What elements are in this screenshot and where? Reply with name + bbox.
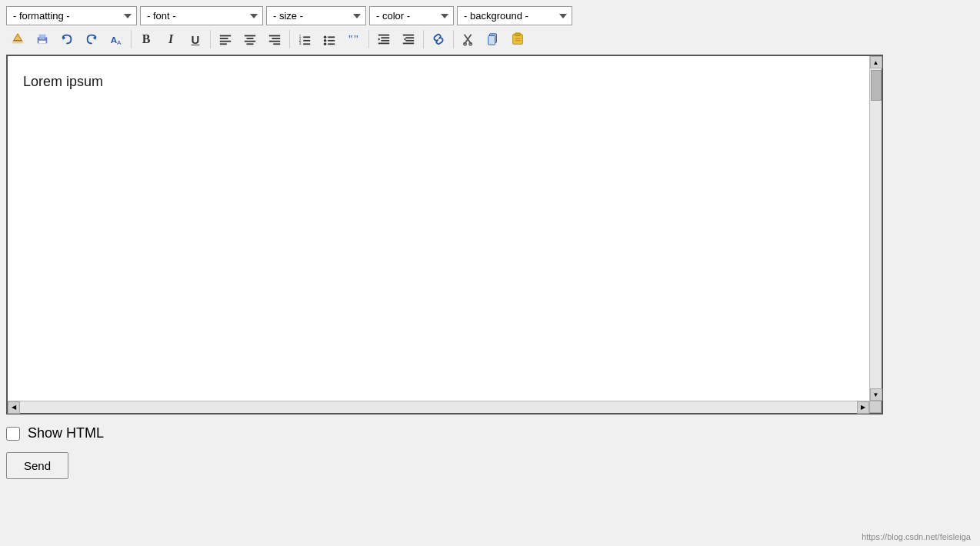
scroll-up-button[interactable]: ▲ bbox=[870, 56, 882, 68]
ordered-list-button[interactable]: 1. 2. 3. bbox=[293, 28, 316, 50]
undo-button[interactable] bbox=[55, 28, 78, 50]
print-button[interactable] bbox=[31, 28, 54, 50]
size-dropdown[interactable]: - size - 81012 141618 2436 bbox=[266, 6, 366, 25]
separator-4 bbox=[368, 30, 369, 48]
copy-button[interactable] bbox=[482, 28, 505, 50]
outdent-button[interactable] bbox=[397, 28, 420, 50]
svg-rect-53 bbox=[488, 36, 495, 45]
font-size-icon: A A bbox=[109, 32, 123, 46]
clear-button[interactable] bbox=[6, 28, 29, 50]
link-button[interactable] bbox=[427, 28, 450, 50]
font-size-tool-button[interactable]: A A bbox=[105, 28, 128, 50]
scroll-track-x bbox=[20, 401, 857, 413]
svg-point-32 bbox=[324, 43, 327, 46]
align-center-icon bbox=[243, 32, 257, 46]
font-dropdown[interactable]: - font - Arial Times New Roman Courier N… bbox=[140, 6, 263, 25]
toolbar-dropdowns: - formatting - Heading 1 Heading 2 Headi… bbox=[6, 6, 974, 25]
blockquote-button[interactable]: " " bbox=[342, 28, 365, 50]
show-html-label[interactable]: Show HTML bbox=[28, 425, 104, 441]
svg-rect-55 bbox=[515, 33, 520, 36]
separator-6 bbox=[453, 30, 454, 48]
align-left-button[interactable] bbox=[214, 28, 237, 50]
scrollbar-row: ◀ ▶ bbox=[8, 401, 882, 413]
scroll-down-button[interactable]: ▼ bbox=[870, 388, 882, 401]
svg-text:3.: 3. bbox=[299, 42, 302, 45]
redo-icon bbox=[85, 32, 98, 46]
unordered-list-icon bbox=[322, 32, 336, 46]
separator-3 bbox=[289, 30, 290, 48]
show-html-row: Show HTML bbox=[6, 425, 974, 441]
background-dropdown[interactable]: - background - WhiteYellowCyanPink bbox=[457, 6, 572, 25]
bold-button[interactable]: B bbox=[135, 28, 158, 50]
cut-button[interactable] bbox=[457, 28, 480, 50]
paste-button[interactable] bbox=[506, 28, 529, 50]
editor-wrapper: Lorem ipsum ▲ ▼ ◀ ▶ bbox=[6, 55, 883, 414]
scroll-left-button[interactable]: ◀ bbox=[8, 401, 20, 414]
blockquote-icon: " " bbox=[347, 32, 361, 46]
copy-icon bbox=[486, 32, 500, 46]
indent-icon bbox=[377, 32, 391, 46]
formatting-dropdown[interactable]: - formatting - Heading 1 Heading 2 Headi… bbox=[6, 6, 137, 25]
svg-marker-47 bbox=[404, 38, 406, 41]
send-button[interactable]: Send bbox=[6, 452, 68, 479]
align-left-icon bbox=[218, 32, 232, 46]
italic-button[interactable]: I bbox=[159, 28, 182, 50]
separator-1 bbox=[131, 30, 132, 48]
scroll-right-button[interactable]: ▶ bbox=[857, 401, 869, 414]
color-dropdown[interactable]: - color - BlackRedBlueGreen bbox=[369, 6, 454, 25]
svg-text:": " bbox=[354, 33, 358, 45]
align-right-icon bbox=[268, 32, 282, 46]
align-center-button[interactable] bbox=[238, 28, 262, 50]
redo-button[interactable] bbox=[80, 28, 103, 50]
print-icon bbox=[35, 32, 49, 46]
underline-button[interactable]: U bbox=[184, 28, 207, 50]
separator-5 bbox=[423, 30, 424, 48]
paste-icon bbox=[511, 32, 525, 46]
bold-icon: B bbox=[142, 32, 151, 46]
svg-rect-5 bbox=[39, 41, 46, 44]
underline-icon: U bbox=[192, 33, 200, 46]
unordered-list-button[interactable] bbox=[318, 28, 341, 50]
svg-rect-0 bbox=[12, 41, 23, 44]
svg-text:": " bbox=[348, 33, 353, 45]
svg-point-31 bbox=[324, 39, 327, 42]
svg-marker-1 bbox=[14, 34, 22, 41]
editor-content[interactable]: Lorem ipsum bbox=[8, 56, 869, 387]
svg-text:A: A bbox=[117, 39, 122, 46]
horizontal-scrollbar: ◀ ▶ bbox=[8, 401, 869, 413]
vertical-scrollbar: ▲ ▼ bbox=[869, 56, 882, 401]
cut-icon bbox=[462, 32, 475, 46]
svg-rect-4 bbox=[39, 35, 46, 38]
italic-icon: I bbox=[168, 32, 173, 46]
align-right-button[interactable] bbox=[263, 28, 286, 50]
ordered-list-icon: 1. 2. 3. bbox=[298, 32, 312, 46]
scroll-track-y bbox=[870, 68, 882, 388]
scrollbar-corner bbox=[869, 401, 882, 413]
outdent-icon bbox=[402, 32, 415, 46]
eraser-icon bbox=[11, 32, 25, 46]
toolbar-icons: A A B I U bbox=[6, 28, 974, 50]
svg-rect-6 bbox=[39, 38, 42, 39]
indent-button[interactable] bbox=[372, 28, 395, 50]
separator-2 bbox=[210, 30, 211, 48]
show-html-checkbox[interactable] bbox=[6, 427, 20, 441]
svg-marker-42 bbox=[378, 38, 381, 41]
undo-icon bbox=[60, 32, 74, 46]
svg-point-30 bbox=[324, 36, 327, 39]
svg-rect-7 bbox=[42, 38, 45, 39]
scroll-thumb-y[interactable] bbox=[871, 70, 882, 101]
link-icon bbox=[432, 32, 445, 46]
